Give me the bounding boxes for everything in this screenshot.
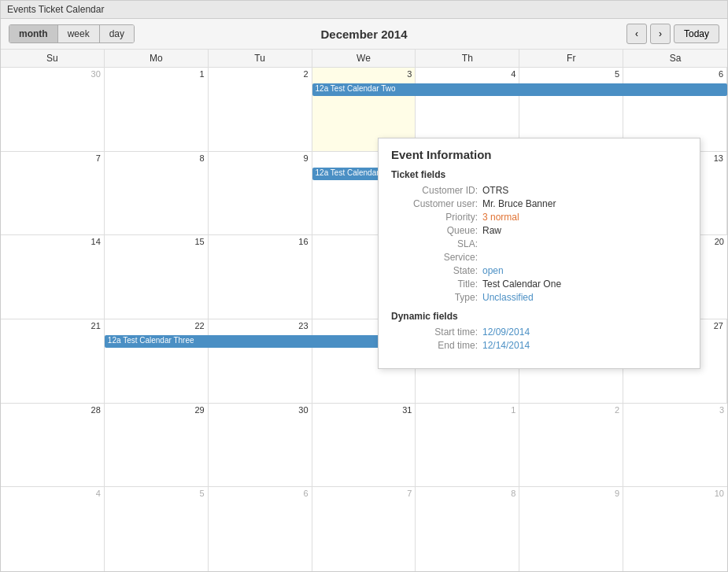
event-bar[interactable]: 12a Test Calendar Two [312,83,727,96]
popup-field-value: Test Calendar One [482,279,687,290]
day-headers: Su Mo Tu We Th Fr Sa [1,50,727,68]
cell-day-number: 8 [108,153,205,163]
calendar-cell[interactable]: 30 [209,404,312,487]
calendar-cell[interactable]: 7 [312,487,416,571]
cell-day-number: 9 [523,489,619,498]
cell-day-number: 23 [212,321,309,330]
day-header-we: We [312,50,416,67]
calendar-cell[interactable]: 5 [105,487,209,571]
popup-dynamic-label: Start time: [391,327,478,338]
cell-day-number: 6 [626,69,723,79]
calendar-cell[interactable]: 16 [209,235,312,319]
cell-day-number: 29 [108,405,205,415]
popup-dynamic-value: 12/09/2014 [482,327,687,338]
calendar-cell[interactable]: 1 [416,404,519,487]
calendar-cell[interactable]: 28 [1,404,105,487]
cell-day-number: 10 [626,489,724,498]
popup-field-value: Mr. Bruce Banner [482,198,687,209]
calendar-week-4: 28293031123 [1,404,727,488]
cell-day-number: 5 [523,69,619,79]
month-title: December 2014 [320,28,407,41]
calendar-week-5: 45678910 [1,487,727,571]
app-title: Events Ticket Calendar [1,1,727,19]
cell-day-number: 9 [212,153,309,163]
nav-buttons: ‹ › Today [626,24,719,44]
popup-title: Event Information [391,148,687,161]
cell-day-number: 1 [108,69,205,79]
calendar-cell[interactable]: 15 [105,235,209,319]
popup-dynamic-label: End time: [391,340,478,351]
app-container: Events Ticket Calendar month week day De… [0,0,728,572]
next-button[interactable]: › [650,24,671,44]
popup-section1: Ticket fields [391,169,687,180]
view-day-button[interactable]: day [100,25,134,42]
day-header-fr: Fr [519,50,623,67]
calendar-cell[interactable]: 2 [209,68,312,151]
cell-day-number: 15 [108,237,205,246]
calendar-cell[interactable]: 31 [312,404,416,487]
calendar-cell[interactable]: 29 [105,404,209,487]
calendar-cell[interactable]: 8 [105,152,209,235]
calendar-cell[interactable]: 4 [1,487,105,571]
cell-day-number: 30 [4,69,101,79]
popup-dynamic-value: 12/14/2014 [482,340,687,351]
popup-field-label: Type: [391,292,478,303]
calendar-cell[interactable]: 1 [105,68,209,151]
cell-day-number: 14 [4,237,101,246]
cell-day-number: 30 [212,405,309,415]
popup-fields: Customer ID:OTRSCustomer user:Mr. Bruce … [391,185,687,303]
popup-field-label: Customer ID: [391,185,478,196]
cell-day-number: 22 [108,321,205,330]
cell-day-number: 31 [316,405,412,415]
calendar-cell[interactable]: 9 [209,152,312,235]
cell-day-number: 7 [316,489,412,498]
cell-day-number: 2 [523,405,619,415]
cell-day-number: 16 [212,237,309,246]
today-button[interactable]: Today [674,24,719,43]
cell-day-number: 6 [212,489,309,498]
popup-field-value: open [482,265,687,276]
popup-field-value [482,252,687,263]
day-header-su: Su [1,50,105,67]
calendar-cell[interactable]: 21 [1,319,105,403]
cell-day-number: 28 [4,405,101,415]
popup-field-label: Title: [391,279,478,290]
popup-section2: Dynamic fields [391,311,687,322]
toolbar: month week day December 2014 ‹ › Today [1,19,727,50]
calendar-cell[interactable]: 6 [209,487,312,571]
calendar-cell[interactable]: 10 [623,487,727,571]
popup-field-label: Queue: [391,225,478,236]
cell-day-number: 5 [108,489,205,498]
popup-field-value: OTRS [482,185,687,196]
popup-field-value: 3 normal [482,212,687,223]
cell-day-number: 21 [4,321,101,330]
cell-day-number: 8 [419,489,516,498]
popup-dynamic-fields: Start time:12/09/2014End time:12/14/2014 [391,327,687,351]
popup-field-label: SLA: [391,238,478,249]
calendar-cell[interactable]: 2 [519,404,623,487]
cell-day-number: 3 [626,405,724,415]
popup-field-label: State: [391,265,478,276]
calendar-cell[interactable]: 8 [416,487,519,571]
popup-field-label: Priority: [391,212,478,223]
popup-field-value: Raw [482,225,687,236]
calendar-cell[interactable]: 9 [519,487,623,571]
calendar-cell[interactable]: 30 [1,68,105,151]
cell-day-number: 3 [316,69,412,79]
calendar-cell[interactable]: 7 [1,152,105,235]
popup-field-value: Unclassified [482,292,687,303]
cell-day-number: 1 [419,405,516,415]
day-header-sa: Sa [623,50,727,67]
day-header-th: Th [416,50,519,67]
calendar-cell[interactable]: 23 [209,319,312,403]
prev-button[interactable]: ‹ [626,24,647,44]
calendar-cell[interactable]: 22 [105,319,209,403]
cell-day-number: 7 [4,153,101,163]
popup-field-label: Service: [391,252,478,263]
calendar-cell[interactable]: 3 [623,404,727,487]
cell-day-number: 4 [419,69,516,79]
view-week-button[interactable]: week [58,25,100,42]
calendar-cell[interactable]: 14 [1,235,105,319]
view-month-button[interactable]: month [9,25,58,42]
event-bar[interactable]: 12a Test Calendar Three [105,335,416,348]
